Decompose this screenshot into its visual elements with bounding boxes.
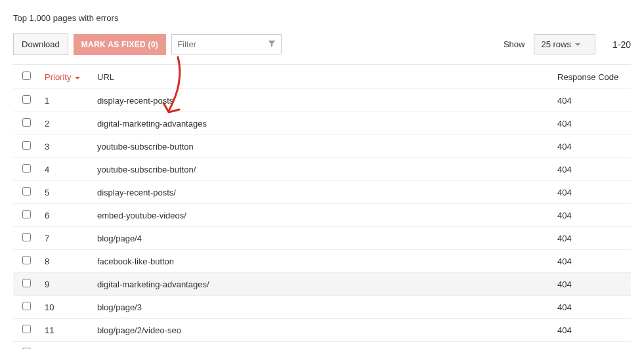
download-button[interactable]: Download [13, 33, 68, 55]
chevron-down-icon [575, 43, 580, 46]
row-url: digital-marketing-advantages/ [92, 273, 552, 296]
row-checkbox[interactable] [22, 233, 31, 241]
row-response-code: 404 [552, 319, 631, 342]
row-response-code: 404 [552, 135, 631, 158]
table-row[interactable]: 10blog/page/3404 [13, 296, 631, 319]
row-priority: 1 [39, 89, 92, 112]
table-row[interactable]: 6embed-youtube-videos/404 [13, 204, 631, 227]
row-priority: 2 [39, 112, 92, 135]
row-checkbox[interactable] [22, 279, 31, 287]
show-label: Show [504, 39, 525, 49]
row-url: display-recent-posts [92, 89, 552, 112]
row-checkbox-cell [13, 112, 39, 135]
row-checkbox-cell [13, 89, 39, 112]
errors-table: Priority URL Response Code 1display-rece… [13, 64, 631, 349]
row-checkbox[interactable] [22, 325, 31, 333]
row-url: blog/page/2/seo [92, 342, 552, 350]
table-row[interactable]: 4youtube-subscribe-button/404 [13, 158, 631, 181]
table-row[interactable]: 3youtube-subscribe-button404 [13, 135, 631, 158]
row-priority: 12 [39, 342, 92, 350]
select-all-checkbox[interactable] [22, 72, 31, 80]
table-row[interactable]: 11blog/page/2/video-seo404 [13, 319, 631, 342]
table-row[interactable]: 8facebook-like-button404 [13, 250, 631, 273]
table-row[interactable]: 9digital-marketing-advantages/404 [13, 273, 631, 296]
row-url: blog/page/2/video-seo [92, 319, 552, 342]
table-row[interactable]: 1display-recent-posts404 [13, 89, 631, 112]
row-checkbox[interactable] [22, 118, 31, 127]
row-response-code: 404 [552, 181, 631, 204]
row-checkbox-cell [13, 296, 39, 319]
header-url[interactable]: URL [92, 65, 552, 89]
row-checkbox-cell [13, 181, 39, 204]
header-checkbox-cell [13, 65, 39, 89]
row-checkbox[interactable] [22, 141, 31, 150]
rows-per-page-selector[interactable]: 25 rows [534, 34, 595, 54]
row-url: blog/page/3 [92, 296, 552, 319]
row-checkbox[interactable] [22, 164, 31, 173]
row-url: facebook-like-button [92, 250, 552, 273]
row-priority: 7 [39, 227, 92, 250]
row-response-code: 404 [552, 273, 631, 296]
row-checkbox[interactable] [22, 256, 31, 264]
rows-per-page-value: 25 rows [541, 39, 571, 49]
row-checkbox[interactable] [22, 95, 31, 104]
row-priority: 3 [39, 135, 92, 158]
header-priority-label: Priority [45, 72, 71, 82]
page-title: Top 1,000 pages with errors [13, 13, 631, 23]
row-checkbox-cell [13, 227, 39, 250]
row-checkbox-cell [13, 342, 39, 350]
row-priority: 10 [39, 296, 92, 319]
row-checkbox-cell [13, 135, 39, 158]
row-url: blog/page/4 [92, 227, 552, 250]
row-response-code: 404 [552, 112, 631, 135]
table-row[interactable]: 5display-recent-posts/404 [13, 181, 631, 204]
row-url: embed-youtube-videos/ [92, 204, 552, 227]
row-response-code: 404 [552, 342, 631, 350]
row-url: youtube-subscribe-button/ [92, 158, 552, 181]
row-response-code: 404 [552, 250, 631, 273]
row-checkbox-cell [13, 204, 39, 227]
row-response-code: 404 [552, 204, 631, 227]
filter-wrap [171, 34, 282, 54]
row-checkbox[interactable] [22, 210, 31, 218]
row-response-code: 404 [552, 158, 631, 181]
toolbar: Download MARK AS FIXED (0) Show 25 rows … [13, 33, 631, 55]
table-row[interactable]: 7blog/page/4404 [13, 227, 631, 250]
row-priority: 11 [39, 319, 92, 342]
filter-input[interactable] [171, 34, 282, 54]
row-checkbox-cell [13, 250, 39, 273]
header-priority[interactable]: Priority [39, 65, 92, 89]
row-response-code: 404 [552, 296, 631, 319]
row-checkbox-cell [13, 273, 39, 296]
row-url: display-recent-posts/ [92, 181, 552, 204]
row-checkbox-cell [13, 319, 39, 342]
sort-desc-icon [75, 77, 80, 79]
header-response-code[interactable]: Response Code [552, 65, 631, 89]
row-checkbox-cell [13, 158, 39, 181]
mark-as-fixed-button[interactable]: MARK AS FIXED (0) [74, 34, 166, 55]
table-row[interactable]: 2digital-marketing-advantages404 [13, 112, 631, 135]
pagination-range: 1-20 [612, 39, 631, 50]
row-response-code: 404 [552, 227, 631, 250]
row-priority: 8 [39, 250, 92, 273]
row-checkbox[interactable] [22, 187, 31, 195]
row-priority: 9 [39, 273, 92, 296]
table-row[interactable]: 12blog/page/2/seo404 [13, 342, 631, 350]
row-response-code: 404 [552, 89, 631, 112]
row-url: youtube-subscribe-button [92, 135, 552, 158]
row-url: digital-marketing-advantages [92, 112, 552, 135]
row-priority: 6 [39, 204, 92, 227]
row-priority: 5 [39, 181, 92, 204]
row-checkbox[interactable] [22, 302, 31, 310]
row-priority: 4 [39, 158, 92, 181]
